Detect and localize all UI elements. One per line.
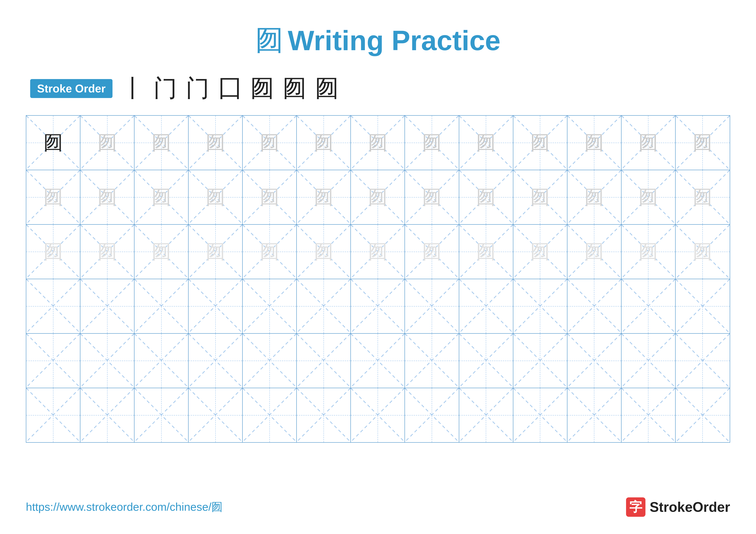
char-ghost: 囫 <box>314 184 334 211</box>
grid-cell[interactable]: 囫 <box>351 225 405 279</box>
grid-cell[interactable] <box>243 388 297 442</box>
grid-cell[interactable]: 囫 <box>567 170 622 224</box>
grid-cell[interactable] <box>80 279 134 333</box>
grid-cell[interactable]: 囫 <box>134 170 189 224</box>
grid-cell[interactable]: 囫 <box>189 116 243 170</box>
grid-cell[interactable]: 囫 <box>676 116 730 170</box>
grid-cell[interactable] <box>567 334 622 388</box>
grid-cell[interactable] <box>567 388 622 442</box>
grid-cell[interactable] <box>622 334 676 388</box>
grid-cell[interactable]: 囫 <box>80 116 134 170</box>
grid-cell[interactable] <box>513 279 567 333</box>
grid-cell[interactable]: 囫 <box>622 170 676 224</box>
grid-cell[interactable]: 囫 <box>189 170 243 224</box>
grid-cell[interactable] <box>351 388 405 442</box>
svg-line-90 <box>351 279 405 333</box>
grid-cell[interactable] <box>676 388 730 442</box>
grid-cell[interactable]: 囫 <box>297 116 351 170</box>
grid-cell[interactable]: 囫 <box>459 225 513 279</box>
svg-line-123 <box>513 334 567 387</box>
grid-row-4 <box>26 279 730 334</box>
grid-cell[interactable] <box>134 279 189 333</box>
grid-cell[interactable]: 囫 <box>676 170 730 224</box>
char-ghost: 囫 <box>206 130 225 156</box>
grid-cell[interactable] <box>80 388 134 442</box>
grid-cell[interactable] <box>189 388 243 442</box>
svg-line-78 <box>26 279 80 333</box>
grid-cell[interactable] <box>351 279 405 333</box>
grid-cell[interactable]: 囫 <box>567 116 622 170</box>
grid-cell[interactable]: 囫 <box>297 225 351 279</box>
grid-cell[interactable]: 囫 <box>243 225 297 279</box>
grid-cell[interactable] <box>134 388 189 442</box>
grid-cell[interactable] <box>676 334 730 388</box>
grid-cell[interactable]: 囫 <box>567 225 622 279</box>
grid-cell[interactable] <box>243 279 297 333</box>
svg-line-95 <box>459 279 513 333</box>
svg-line-94 <box>459 279 513 333</box>
grid-row-3: 囫 囫 囫 <box>26 225 730 279</box>
grid-cell[interactable]: 囫 <box>405 225 459 279</box>
grid-cell[interactable] <box>459 334 513 388</box>
grid-cell[interactable] <box>297 388 351 442</box>
svg-line-121 <box>459 334 513 387</box>
grid-cell[interactable]: 囫 <box>459 116 513 170</box>
grid-cell[interactable]: 囫 <box>351 116 405 170</box>
svg-line-80 <box>80 279 134 333</box>
svg-line-132 <box>80 388 134 442</box>
grid-cell[interactable]: 囫 <box>26 116 80 170</box>
footer-url[interactable]: https://www.strokeorder.com/chinese/囫 <box>26 499 223 515</box>
grid-cell[interactable]: 囫 <box>26 225 80 279</box>
svg-line-108 <box>134 334 188 387</box>
grid-cell[interactable]: 囫 <box>243 116 297 170</box>
grid-cell[interactable] <box>622 388 676 442</box>
grid-cell[interactable] <box>189 334 243 388</box>
grid-cell[interactable]: 囫 <box>26 170 80 224</box>
grid-cell[interactable]: 囫 <box>676 225 730 279</box>
grid-cell[interactable] <box>513 334 567 388</box>
char-ghost: 囫 <box>152 239 171 265</box>
grid-cell[interactable] <box>405 279 459 333</box>
grid-cell[interactable] <box>243 334 297 388</box>
grid-cell[interactable] <box>297 334 351 388</box>
page-title: Writing Practice <box>288 24 500 57</box>
grid-cell[interactable]: 囫 <box>80 170 134 224</box>
grid-cell[interactable]: 囫 <box>513 170 567 224</box>
grid-cell[interactable] <box>26 388 80 442</box>
grid-cell[interactable] <box>567 279 622 333</box>
grid-cell[interactable]: 囫 <box>243 170 297 224</box>
char-ghost: 囫 <box>476 130 496 156</box>
grid-cell[interactable]: 囫 <box>405 170 459 224</box>
grid-cell[interactable] <box>80 334 134 388</box>
svg-line-134 <box>134 388 188 442</box>
svg-line-145 <box>405 388 459 442</box>
grid-cell[interactable] <box>405 334 459 388</box>
grid-cell[interactable] <box>459 279 513 333</box>
grid-cell[interactable] <box>26 279 80 333</box>
grid-cell[interactable]: 囫 <box>459 170 513 224</box>
grid-cell[interactable]: 囫 <box>513 225 567 279</box>
grid-cell[interactable] <box>459 388 513 442</box>
grid-cell[interactable]: 囫 <box>189 225 243 279</box>
grid-cell[interactable] <box>622 279 676 333</box>
grid-cell[interactable] <box>297 279 351 333</box>
grid-cell[interactable] <box>513 388 567 442</box>
grid-cell[interactable]: 囫 <box>351 170 405 224</box>
grid-cell[interactable]: 囫 <box>80 225 134 279</box>
grid-cell[interactable]: 囫 <box>297 170 351 224</box>
grid-cell[interactable] <box>189 279 243 333</box>
grid-cell[interactable]: 囫 <box>134 225 189 279</box>
grid-cell[interactable]: 囫 <box>405 116 459 170</box>
grid-cell[interactable]: 囫 <box>622 116 676 170</box>
svg-line-86 <box>243 279 296 333</box>
grid-cell[interactable] <box>676 279 730 333</box>
grid-cell[interactable]: 囫 <box>513 116 567 170</box>
char-ghost: 囫 <box>206 184 225 211</box>
stroke-5: 囫 <box>251 72 274 105</box>
grid-cell[interactable]: 囫 <box>622 225 676 279</box>
grid-cell[interactable] <box>134 334 189 388</box>
grid-cell[interactable] <box>405 388 459 442</box>
grid-cell[interactable] <box>26 334 80 388</box>
grid-cell[interactable]: 囫 <box>134 116 189 170</box>
grid-cell[interactable] <box>351 334 405 388</box>
